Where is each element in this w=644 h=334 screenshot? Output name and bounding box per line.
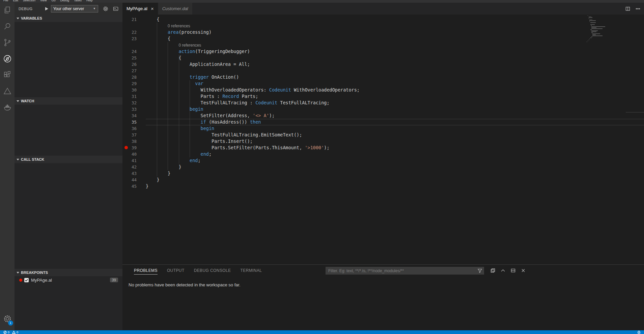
gutter-glyph[interactable] (122, 164, 130, 170)
section-header-breakpoints[interactable]: BREAKPOINTS (15, 269, 122, 276)
activity-item-explorer[interactable] (0, 3, 15, 19)
minimap[interactable] (587, 15, 606, 43)
start-debug-button[interactable] (44, 6, 49, 11)
gutter-glyph[interactable] (122, 55, 130, 61)
breakpoint-dot[interactable] (124, 146, 128, 149)
gutter-glyph[interactable] (122, 138, 130, 145)
code-text[interactable]: end; (146, 151, 644, 157)
panel-tab-terminal[interactable]: TERMINAL (241, 267, 262, 275)
editor-tab[interactable]: MyPAge.al× (122, 3, 158, 15)
code-text[interactable]: } (146, 164, 644, 170)
codelens-label[interactable]: 0 references (146, 23, 190, 29)
code-text[interactable]: TestFullALTracing.EmitSomeText(); (146, 132, 644, 138)
gutter-glyph[interactable] (122, 100, 130, 106)
warnings-indicator[interactable]: 0 (12, 331, 18, 334)
gutter-glyph[interactable] (122, 170, 130, 177)
gutter-glyph[interactable] (122, 93, 130, 100)
code-text[interactable]: begin (146, 106, 644, 112)
more-actions-icon[interactable] (635, 6, 641, 11)
split-panel-icon[interactable] (510, 268, 516, 273)
errors-indicator[interactable]: 0 (3, 331, 9, 334)
activity-item-debug[interactable] (0, 51, 15, 68)
split-editor-icon[interactable] (625, 6, 631, 11)
activity-item-docker[interactable] (0, 100, 15, 116)
code-text[interactable]: SetFilter(Address, '<> A'); (146, 112, 644, 119)
menu-item-tasks[interactable]: Tasks (74, 0, 82, 3)
section-header-variables[interactable]: VARIABLES (15, 15, 122, 22)
menu-item-edit[interactable]: Edit (13, 0, 19, 3)
gutter-glyph[interactable] (122, 151, 130, 157)
gutter-glyph[interactable] (122, 80, 130, 87)
code-text[interactable]: } (146, 177, 644, 183)
activity-item-search[interactable] (0, 19, 15, 35)
menu-item-selection[interactable]: Selection (23, 0, 35, 3)
breakpoint-checkbox[interactable] (24, 278, 29, 282)
gutter-glyph[interactable] (122, 23, 130, 29)
gutter-glyph[interactable] (122, 132, 130, 138)
code-text[interactable] (146, 68, 644, 74)
gutter-glyph[interactable] (122, 106, 130, 112)
chevron-up-icon[interactable] (500, 268, 506, 273)
configure-gear-button[interactable] (103, 6, 108, 11)
gutter-glyph[interactable] (122, 87, 130, 93)
code-text[interactable]: if (HasAddress()) then (146, 119, 644, 125)
code-text[interactable]: TestFullALTracing : Codeunit TestFullALT… (146, 100, 644, 106)
gutter-glyph[interactable] (122, 48, 130, 55)
panel-tab-output[interactable]: OUTPUT (167, 267, 185, 275)
panel-tab-debug-console[interactable]: DEBUG CONSOLE (194, 267, 231, 275)
gutter-glyph[interactable] (122, 157, 130, 164)
manage-button[interactable]: 1 (3, 315, 11, 324)
section-header-watch[interactable]: WATCH (15, 97, 122, 105)
code-text[interactable]: { (146, 55, 644, 61)
debug-console-button[interactable] (113, 6, 118, 11)
code-text[interactable]: Parts.SetFilter(Parts.ThisAmount, '>1000… (146, 145, 644, 151)
code-text[interactable]: area(processing) (146, 29, 644, 35)
filter-funnel-icon[interactable] (477, 268, 482, 273)
gutter-glyph[interactable] (122, 16, 130, 23)
panel-tab-problems[interactable]: PROBLEMS (134, 267, 158, 275)
codelens-label[interactable]: 0 references (146, 42, 201, 49)
code-text[interactable]: action(TriggeringDebugger) (146, 48, 644, 55)
problems-filter-input[interactable] (326, 267, 484, 275)
breakpoint-item[interactable]: MyPAge.al39 (15, 276, 122, 284)
gutter-glyph[interactable] (122, 74, 130, 80)
code-text[interactable]: begin (146, 125, 644, 132)
code-text[interactable]: WithOverloadedOperators: Codeunit WithOv… (146, 87, 644, 93)
gutter-glyph[interactable] (122, 125, 130, 132)
gutter-glyph[interactable] (122, 35, 130, 42)
code-text[interactable]: } (146, 183, 644, 189)
codelens[interactable]: 0 references (146, 42, 644, 48)
code-text[interactable]: var (146, 80, 644, 87)
close-icon[interactable]: × (151, 6, 154, 11)
code-editor[interactable]: 21 {0 references22 area(processing)23 {0… (122, 15, 644, 264)
gutter-glyph[interactable] (122, 42, 130, 48)
close-panel-icon[interactable] (521, 268, 526, 273)
code-text[interactable]: Parts : Record Parts; (146, 93, 644, 100)
menu-item-go[interactable]: Go (51, 0, 55, 3)
editor-tab[interactable]: Customer.dal (158, 3, 193, 15)
gutter-glyph[interactable] (122, 183, 130, 189)
bell-icon[interactable] (637, 331, 641, 334)
gutter-glyph[interactable] (122, 61, 130, 68)
activity-item-source-control[interactable] (0, 35, 15, 51)
activity-item-al-test[interactable] (0, 84, 15, 100)
menu-item-debug[interactable]: Debug (60, 0, 69, 3)
activity-item-extensions[interactable] (0, 68, 15, 84)
code-text[interactable]: end; (146, 157, 644, 164)
menu-item-help[interactable]: Help (86, 0, 93, 3)
gutter-glyph[interactable] (122, 119, 130, 125)
gutter-glyph[interactable] (122, 177, 130, 183)
menu-item-view[interactable]: View (40, 0, 47, 3)
gutter-glyph[interactable] (122, 68, 130, 74)
code-text[interactable]: ApplicationArea = All; (146, 61, 644, 68)
section-header-call-stack[interactable]: CALL STACK (15, 156, 122, 163)
codelens[interactable]: 0 references (146, 23, 644, 29)
open-editors-icon[interactable] (490, 268, 496, 273)
code-text[interactable]: Parts.Insert(); (146, 138, 644, 145)
gutter-glyph[interactable] (122, 112, 130, 119)
code-text[interactable]: { (146, 16, 644, 23)
code-text[interactable]: trigger OnAction() (146, 74, 644, 80)
code-text[interactable]: } (146, 170, 644, 177)
menu-item-file[interactable]: File (3, 0, 8, 3)
gutter-glyph[interactable] (122, 145, 130, 151)
